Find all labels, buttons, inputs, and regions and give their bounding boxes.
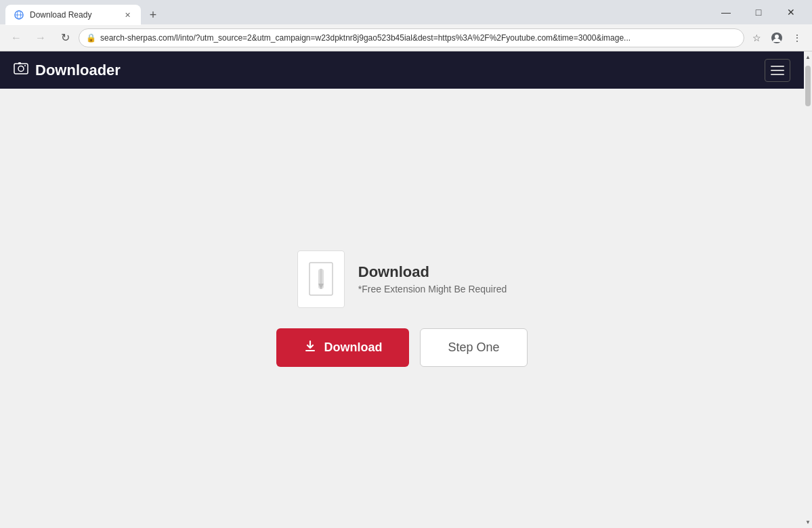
scroll-track	[804, 63, 812, 516]
download-info: Download *Free Extension Might Be Requir…	[297, 250, 507, 308]
file-icon	[297, 250, 345, 308]
tab-close-button[interactable]: ✕	[122, 9, 133, 20]
lock-icon: 🔒	[86, 33, 96, 43]
scrollbar[interactable]: ▲ ▼	[804, 51, 812, 528]
title-bar: Download Ready ✕ + — □ ✕	[0, 0, 812, 24]
forward-button[interactable]: →	[30, 27, 51, 49]
menu-button[interactable]: ⋮	[788, 28, 807, 47]
button-row: Download Step One	[276, 328, 527, 367]
tab-favicon	[14, 9, 24, 20]
brand-icon	[14, 61, 28, 79]
download-title: Download	[358, 263, 507, 281]
app-brand: Downloader	[14, 61, 121, 79]
hamburger-line-3	[771, 74, 784, 75]
download-button-label: Download	[324, 340, 382, 355]
step-one-button[interactable]: Step One	[420, 328, 527, 367]
brand-name: Downloader	[35, 62, 121, 79]
svg-rect-5	[14, 64, 28, 74]
active-tab[interactable]: Download Ready ✕	[5, 5, 141, 25]
download-arrow-icon	[303, 339, 317, 356]
window-controls: — □ ✕	[710, 1, 807, 23]
scroll-up-button[interactable]: ▲	[804, 51, 812, 63]
minimize-button[interactable]: —	[710, 1, 742, 23]
download-card: Download *Free Extension Might Be Requir…	[276, 250, 527, 367]
bookmark-button[interactable]: ☆	[747, 28, 766, 47]
hamburger-menu-button[interactable]	[765, 59, 790, 82]
svg-point-4	[775, 35, 779, 39]
download-button[interactable]: Download	[276, 328, 409, 367]
app-navbar: Downloader	[0, 51, 804, 89]
scroll-down-button[interactable]: ▼	[804, 516, 812, 528]
download-subtitle: *Free Extension Might Be Required	[358, 284, 507, 294]
main-content: Download *Free Extension Might Be Requir…	[0, 89, 804, 528]
back-button[interactable]: ←	[5, 27, 27, 49]
url-text: search-sherpas.com/l/into/?utm_source=2&…	[100, 33, 737, 43]
new-tab-button[interactable]: +	[144, 5, 163, 24]
browser-frame: Download Ready ✕ + — □ ✕ ← → ↻ 🔒 search-…	[0, 0, 812, 528]
svg-point-6	[18, 66, 24, 72]
refresh-button[interactable]: ↻	[54, 27, 76, 49]
download-text: Download *Free Extension Might Be Requir…	[358, 263, 507, 294]
hamburger-line-2	[771, 70, 784, 71]
tab-title: Download Ready	[30, 10, 116, 20]
profile-button[interactable]	[767, 28, 786, 47]
address-actions: ☆ ⋮	[747, 28, 807, 47]
address-bar-row: ← → ↻ 🔒 search-sherpas.com/l/into/?utm_s…	[0, 24, 812, 51]
page-content: Downloader	[0, 51, 804, 528]
scroll-thumb[interactable]	[805, 66, 811, 106]
tab-strip: Download Ready ✕ +	[5, 0, 710, 24]
address-bar[interactable]: 🔒 search-sherpas.com/l/into/?utm_source=…	[79, 28, 744, 47]
hamburger-line-1	[771, 66, 784, 67]
maximize-button[interactable]: □	[743, 1, 774, 23]
close-button[interactable]: ✕	[775, 1, 807, 23]
svg-rect-7	[18, 62, 21, 64]
svg-point-8	[24, 65, 26, 66]
content-area: Downloader	[0, 51, 812, 528]
